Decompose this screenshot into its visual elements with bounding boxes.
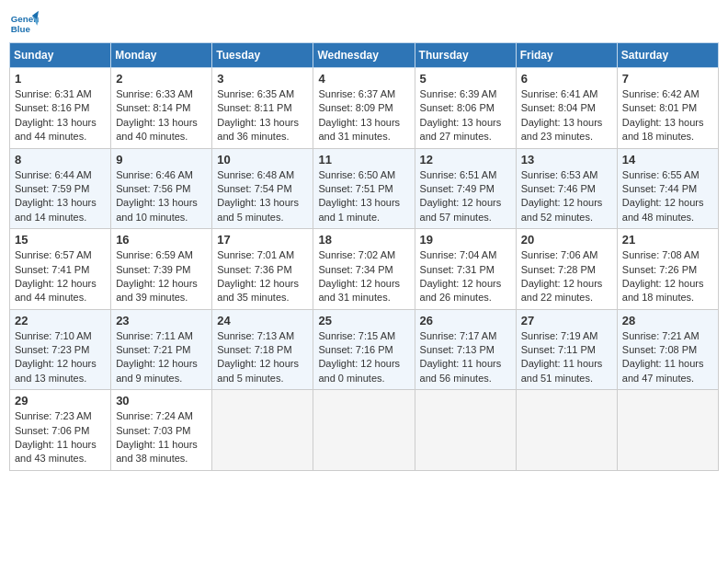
calendar-cell: 15 Sunrise: 6:57 AM Sunset: 7:41 PM Dayl… [10, 229, 111, 310]
day-info: Sunrise: 7:11 AM Sunset: 7:21 PM Dayligh… [116, 329, 207, 386]
day-number: 30 [116, 394, 207, 408]
daylight-text: Daylight: 12 hours and 52 minutes. [521, 196, 612, 224]
sunrise-text: Sunrise: 6:57 AM [15, 248, 106, 262]
calendar-cell: 7 Sunrise: 6:42 AM Sunset: 8:01 PM Dayli… [617, 68, 718, 149]
sunset-text: Sunset: 7:51 PM [318, 182, 409, 196]
calendar-cell: 20 Sunrise: 7:06 AM Sunset: 7:28 PM Dayl… [516, 229, 617, 310]
calendar-week-row: 15 Sunrise: 6:57 AM Sunset: 7:41 PM Dayl… [10, 229, 719, 310]
sunrise-text: Sunrise: 6:39 AM [420, 87, 511, 101]
day-number: 4 [318, 72, 409, 86]
day-number: 7 [622, 72, 713, 86]
day-info: Sunrise: 6:33 AM Sunset: 8:14 PM Dayligh… [116, 87, 207, 144]
daylight-text: Daylight: 13 hours and 14 minutes. [15, 196, 106, 224]
day-info: Sunrise: 6:51 AM Sunset: 7:49 PM Dayligh… [420, 168, 511, 225]
day-number: 10 [217, 153, 308, 167]
sunset-text: Sunset: 8:04 PM [521, 101, 612, 115]
daylight-text: Daylight: 13 hours and 36 minutes. [217, 116, 308, 144]
day-header-monday: Monday [111, 43, 212, 68]
page-header: General Blue [9, 9, 719, 39]
calendar-cell: 2 Sunrise: 6:33 AM Sunset: 8:14 PM Dayli… [111, 68, 212, 149]
calendar-cell: 14 Sunrise: 6:55 AM Sunset: 7:44 PM Dayl… [617, 148, 718, 229]
day-info: Sunrise: 6:35 AM Sunset: 8:11 PM Dayligh… [217, 87, 308, 144]
calendar-cell: 29 Sunrise: 7:23 AM Sunset: 7:06 PM Dayl… [10, 390, 111, 471]
sunset-text: Sunset: 7:46 PM [521, 182, 612, 196]
sunset-text: Sunset: 7:16 PM [318, 343, 409, 357]
calendar-cell [617, 390, 718, 471]
sunset-text: Sunset: 7:13 PM [420, 343, 511, 357]
day-info: Sunrise: 6:50 AM Sunset: 7:51 PM Dayligh… [318, 168, 409, 225]
day-info: Sunrise: 6:37 AM Sunset: 8:09 PM Dayligh… [318, 87, 409, 144]
day-number: 2 [116, 72, 207, 86]
sunrise-text: Sunrise: 6:59 AM [116, 248, 207, 262]
daylight-text: Daylight: 11 hours and 51 minutes. [521, 357, 612, 385]
day-header-tuesday: Tuesday [212, 43, 313, 68]
sunrise-text: Sunrise: 7:10 AM [15, 329, 106, 343]
day-info: Sunrise: 7:17 AM Sunset: 7:13 PM Dayligh… [420, 329, 511, 386]
day-number: 29 [15, 394, 106, 408]
day-info: Sunrise: 7:01 AM Sunset: 7:36 PM Dayligh… [217, 248, 308, 305]
daylight-text: Daylight: 12 hours and 31 minutes. [318, 277, 409, 305]
sunset-text: Sunset: 8:16 PM [15, 101, 106, 115]
sunrise-text: Sunrise: 7:23 AM [15, 409, 106, 423]
calendar-cell: 6 Sunrise: 6:41 AM Sunset: 8:04 PM Dayli… [516, 68, 617, 149]
sunrise-text: Sunrise: 6:53 AM [521, 168, 612, 182]
sunrise-text: Sunrise: 6:41 AM [521, 87, 612, 101]
day-number: 13 [521, 153, 612, 167]
day-header-saturday: Saturday [617, 43, 718, 68]
sunrise-text: Sunrise: 7:01 AM [217, 248, 308, 262]
day-info: Sunrise: 6:41 AM Sunset: 8:04 PM Dayligh… [521, 87, 612, 144]
day-number: 5 [420, 72, 511, 86]
calendar-header-row: SundayMondayTuesdayWednesdayThursdayFrid… [10, 43, 719, 68]
daylight-text: Daylight: 13 hours and 40 minutes. [116, 116, 207, 144]
calendar-cell: 24 Sunrise: 7:13 AM Sunset: 7:18 PM Dayl… [212, 309, 313, 390]
calendar-cell: 9 Sunrise: 6:46 AM Sunset: 7:56 PM Dayli… [111, 148, 212, 229]
sunset-text: Sunset: 7:23 PM [15, 343, 106, 357]
day-info: Sunrise: 6:48 AM Sunset: 7:54 PM Dayligh… [217, 168, 308, 225]
svg-text:Blue: Blue [11, 24, 31, 34]
day-info: Sunrise: 7:06 AM Sunset: 7:28 PM Dayligh… [521, 248, 612, 305]
calendar-cell [212, 390, 313, 471]
sunset-text: Sunset: 7:28 PM [521, 263, 612, 277]
daylight-text: Daylight: 12 hours and 5 minutes. [217, 357, 308, 385]
calendar-cell: 30 Sunrise: 7:24 AM Sunset: 7:03 PM Dayl… [111, 390, 212, 471]
day-number: 19 [420, 233, 511, 247]
day-header-thursday: Thursday [415, 43, 516, 68]
logo: General Blue [9, 9, 39, 39]
sunrise-text: Sunrise: 7:19 AM [521, 329, 612, 343]
calendar-week-row: 1 Sunrise: 6:31 AM Sunset: 8:16 PM Dayli… [10, 68, 719, 149]
calendar-cell: 11 Sunrise: 6:50 AM Sunset: 7:51 PM Dayl… [313, 148, 415, 229]
day-header-friday: Friday [516, 43, 617, 68]
sunset-text: Sunset: 8:14 PM [116, 101, 207, 115]
day-info: Sunrise: 6:31 AM Sunset: 8:16 PM Dayligh… [15, 87, 106, 144]
calendar-cell [415, 390, 516, 471]
daylight-text: Daylight: 11 hours and 43 minutes. [15, 438, 106, 466]
daylight-text: Daylight: 13 hours and 18 minutes. [622, 116, 713, 144]
calendar-table: SundayMondayTuesdayWednesdayThursdayFrid… [9, 42, 719, 471]
daylight-text: Daylight: 12 hours and 26 minutes. [420, 277, 511, 305]
sunset-text: Sunset: 7:34 PM [318, 263, 409, 277]
calendar-week-row: 22 Sunrise: 7:10 AM Sunset: 7:23 PM Dayl… [10, 309, 719, 390]
calendar-cell: 17 Sunrise: 7:01 AM Sunset: 7:36 PM Dayl… [212, 229, 313, 310]
sunset-text: Sunset: 7:06 PM [15, 424, 106, 438]
calendar-week-row: 29 Sunrise: 7:23 AM Sunset: 7:06 PM Dayl… [10, 390, 719, 471]
day-number: 27 [521, 314, 612, 327]
calendar-cell: 18 Sunrise: 7:02 AM Sunset: 7:34 PM Dayl… [313, 229, 415, 310]
daylight-text: Daylight: 13 hours and 10 minutes. [116, 196, 207, 224]
sunset-text: Sunset: 7:21 PM [116, 343, 207, 357]
day-info: Sunrise: 6:42 AM Sunset: 8:01 PM Dayligh… [622, 87, 713, 144]
daylight-text: Daylight: 11 hours and 47 minutes. [622, 357, 713, 385]
sunrise-text: Sunrise: 7:21 AM [622, 329, 713, 343]
calendar-cell [516, 390, 617, 471]
day-info: Sunrise: 6:53 AM Sunset: 7:46 PM Dayligh… [521, 168, 612, 225]
daylight-text: Daylight: 13 hours and 31 minutes. [318, 116, 409, 144]
daylight-text: Daylight: 12 hours and 39 minutes. [116, 277, 207, 305]
sunrise-text: Sunrise: 7:08 AM [622, 248, 713, 262]
day-info: Sunrise: 7:19 AM Sunset: 7:11 PM Dayligh… [521, 329, 612, 386]
calendar-cell: 26 Sunrise: 7:17 AM Sunset: 7:13 PM Dayl… [415, 309, 516, 390]
day-number: 24 [217, 314, 308, 327]
sunrise-text: Sunrise: 6:48 AM [217, 168, 308, 182]
day-number: 23 [116, 314, 207, 327]
calendar-cell: 19 Sunrise: 7:04 AM Sunset: 7:31 PM Dayl… [415, 229, 516, 310]
daylight-text: Daylight: 13 hours and 1 minute. [318, 196, 409, 224]
daylight-text: Daylight: 12 hours and 57 minutes. [420, 196, 511, 224]
